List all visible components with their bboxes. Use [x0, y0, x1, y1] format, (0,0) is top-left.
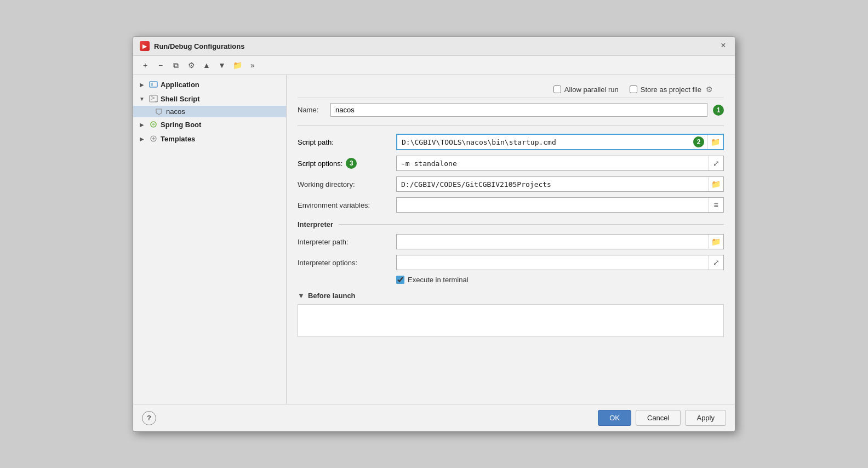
templates-label: Templates [161, 135, 195, 143]
script-options-row: Script options: 3 ⤢ [298, 156, 724, 171]
templates-icon [149, 134, 158, 144]
application-icon [149, 79, 158, 89]
bottom-buttons: OK Cancel Apply [598, 410, 726, 426]
close-button[interactable]: × [718, 41, 728, 51]
execute-terminal-checkbox[interactable] [396, 276, 404, 284]
interpreter-section-title: Interpreter [298, 220, 333, 229]
svg-text:>_: >_ [151, 94, 158, 102]
script-path-input-wrap: 2 📁 [396, 134, 724, 150]
script-path-row: Script path: 2 📁 [298, 134, 724, 150]
sidebar-item-application[interactable]: ▶ Application [133, 77, 286, 92]
templates-chevron-icon: ▶ [138, 134, 146, 143]
interpreter-path-browse-button[interactable]: 📁 [708, 235, 723, 249]
working-dir-row: Working directory: 📁 [298, 176, 724, 192]
allow-parallel-checkbox[interactable] [553, 85, 561, 93]
sidebar-item-nacos[interactable]: nacos [133, 106, 286, 117]
toolbar: + − ⧉ ⚙ ▲ ▼ 📁 » [133, 56, 735, 75]
interpreter-options-expand-button[interactable]: ⤢ [708, 255, 723, 270]
dialog-title: Run/Debug Configurations [154, 42, 244, 50]
store-project-label[interactable]: Store as project file [641, 85, 701, 94]
name-badge: 1 [713, 105, 724, 116]
config-panel: Allow parallel run Store as project file… [287, 75, 735, 404]
ok-button[interactable]: OK [598, 410, 631, 426]
sidebar: ▶ Application ▼ >_ Shell Script nacos [133, 75, 287, 404]
interpreter-section-line [339, 224, 724, 225]
move-up-button[interactable]: ▲ [200, 59, 213, 72]
interpreter-path-input-wrap: 📁 [396, 234, 724, 249]
env-vars-input[interactable] [397, 199, 708, 212]
store-project-gear-icon: ⚙ [706, 85, 713, 94]
sidebar-item-templates[interactable]: ▶ Templates [133, 132, 286, 146]
execute-terminal-row: Execute in terminal [298, 276, 724, 284]
before-launch-chevron-icon: ▼ [298, 292, 305, 300]
working-dir-label: Working directory: [298, 180, 396, 189]
sidebar-item-spring-boot[interactable]: ▶ Spring Boot [133, 117, 286, 132]
chevron-down-icon: ▼ [138, 94, 146, 103]
settings-button[interactable]: ⚙ [185, 59, 198, 72]
chevron-right-icon: ▶ [138, 80, 146, 89]
interpreter-options-label: Interpreter options: [298, 259, 396, 267]
help-button[interactable]: ? [142, 411, 156, 425]
env-vars-input-wrap: ≡ [396, 197, 724, 213]
name-input[interactable] [330, 103, 707, 117]
copy-button[interactable]: ⧉ [169, 59, 182, 72]
before-launch-section: ▼ Before launch [298, 292, 724, 337]
working-dir-input[interactable] [397, 178, 708, 191]
script-options-badge: 3 [346, 158, 357, 169]
interpreter-options-input-wrap: ⤢ [396, 255, 724, 270]
add-button[interactable]: + [139, 59, 152, 72]
shell-script-icon: >_ [149, 94, 158, 104]
nacos-icon [155, 108, 163, 116]
script-path-browse-button[interactable]: 📁 [707, 135, 723, 149]
shell-script-label: Shell Script [161, 95, 200, 103]
script-options-label: Script options: [298, 159, 342, 168]
interpreter-section-header: Interpreter [298, 220, 724, 229]
nacos-label: nacos [166, 107, 185, 116]
spring-boot-icon [149, 119, 158, 129]
env-vars-label: Environment variables: [298, 201, 396, 209]
before-launch-content [298, 304, 724, 337]
script-options-label-wrap: Script options: 3 [298, 158, 396, 169]
script-options-expand-button[interactable]: ⤢ [708, 156, 723, 170]
apply-button[interactable]: Apply [685, 410, 726, 426]
interpreter-path-row: Interpreter path: 📁 [298, 234, 724, 249]
folder-button[interactable]: 📁 [231, 59, 244, 72]
before-launch-header[interactable]: ▼ Before launch [298, 292, 724, 300]
interpreter-options-input[interactable] [397, 256, 708, 269]
name-label: Name: [298, 106, 325, 114]
application-label: Application [161, 81, 199, 89]
working-dir-browse-button[interactable]: 📁 [708, 177, 723, 191]
env-vars-row: Environment variables: ≡ [298, 197, 724, 213]
env-vars-edit-button[interactable]: ≡ [708, 198, 723, 212]
top-options: Allow parallel run Store as project file… [298, 82, 724, 98]
divider-1 [298, 125, 724, 126]
more-button[interactable]: » [246, 59, 259, 72]
spring-chevron-icon: ▶ [138, 120, 146, 129]
svg-marker-4 [156, 109, 162, 115]
script-path-label-wrap: Script path: [298, 138, 396, 146]
before-launch-title: Before launch [308, 292, 356, 300]
allow-parallel-row: Allow parallel run [553, 85, 619, 94]
script-options-input[interactable] [397, 157, 708, 170]
script-path-input[interactable] [397, 136, 690, 149]
name-row: Name: 1 [298, 103, 724, 117]
allow-parallel-label[interactable]: Allow parallel run [564, 85, 619, 94]
remove-button[interactable]: − [154, 59, 167, 72]
execute-terminal-label[interactable]: Execute in terminal [408, 276, 469, 284]
run-debug-dialog: ▶ Run/Debug Configurations × + − ⧉ ⚙ ▲ ▼… [133, 36, 735, 432]
working-dir-input-wrap: 📁 [396, 176, 724, 192]
store-project-row: Store as project file ⚙ [630, 85, 713, 94]
cancel-button[interactable]: Cancel [636, 410, 681, 426]
interpreter-path-input[interactable] [397, 236, 708, 248]
script-options-input-wrap: ⤢ [396, 156, 724, 171]
spring-boot-label: Spring Boot [161, 121, 201, 129]
title-bar: ▶ Run/Debug Configurations × [133, 37, 735, 56]
script-path-badge: 2 [693, 136, 704, 147]
app-icon: ▶ [140, 41, 150, 51]
interpreter-path-label: Interpreter path: [298, 238, 396, 246]
script-path-label: Script path: [298, 138, 334, 146]
move-down-button[interactable]: ▼ [215, 59, 229, 72]
store-project-checkbox[interactable] [630, 85, 637, 93]
svg-rect-1 [151, 83, 153, 86]
sidebar-item-shell-script[interactable]: ▼ >_ Shell Script [133, 92, 286, 106]
